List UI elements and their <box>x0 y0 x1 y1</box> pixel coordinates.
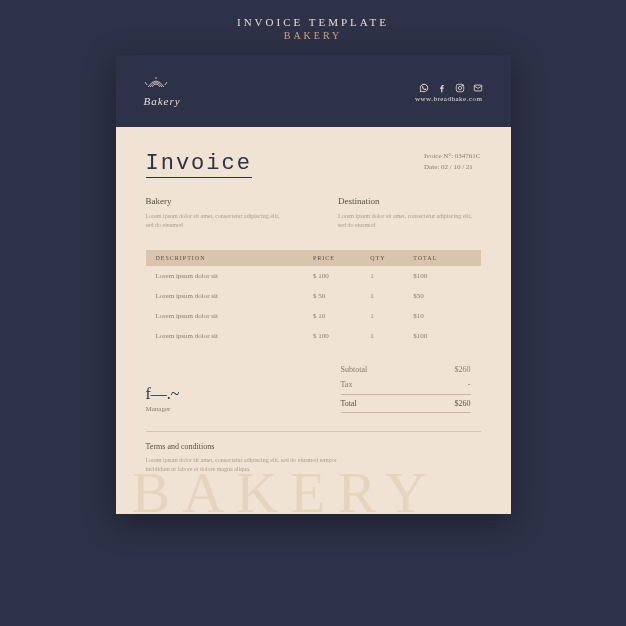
whatsapp-icon <box>419 79 429 89</box>
svg-line-1 <box>165 82 167 85</box>
cell-qty: 1 <box>370 332 413 340</box>
logo-text: Bakery <box>144 95 181 107</box>
cell-qty: 1 <box>370 272 413 280</box>
instagram-icon <box>455 79 465 89</box>
cell-desc: Lorem ipsum dolor sit <box>156 332 314 340</box>
invoice-title: Invoice <box>146 151 252 178</box>
svg-point-5 <box>461 85 462 86</box>
table-row: Lorem ipsum dolor sit $ 100 1 $100 <box>146 326 481 346</box>
cell-desc: Lorem ipsum dolor sit <box>156 292 314 300</box>
subtotal-value: $260 <box>455 365 471 374</box>
facebook-icon <box>437 79 447 89</box>
totals-section: f—.~ Manager Subtotal $260 Tax - Total $… <box>146 362 481 413</box>
info-from: Bakery Lorem ipsum dolor sit amet, conse… <box>146 196 289 230</box>
totals-block: Subtotal $260 Tax - Total $260 <box>341 362 471 413</box>
cell-total: $100 <box>413 272 470 280</box>
cell-qty: 1 <box>370 292 413 300</box>
th-description: DESCRIPTION <box>156 255 314 261</box>
subtotal-row: Subtotal $260 <box>341 362 471 377</box>
items-table: DESCRIPTION PRICE QTY TOTAL Lorem ipsum … <box>146 250 481 346</box>
info-section: Bakery Lorem ipsum dolor sit amet, conse… <box>146 196 481 230</box>
table-row: Lorem ipsum dolor sit $ 10 1 $10 <box>146 306 481 326</box>
invoice-number: Ivoice N°: 034761C <box>424 151 480 162</box>
subtotal-label: Subtotal <box>341 365 368 374</box>
cell-price: $ 100 <box>313 272 370 280</box>
website-url: www.breadbake.com <box>415 95 483 103</box>
table-row: Lorem ipsum dolor sit $ 100 1 $100 <box>146 266 481 286</box>
card-body: Invoice Ivoice N°: 034761C Date: 02 / 10… <box>116 127 511 514</box>
cell-total: $100 <box>413 332 470 340</box>
page-subtitle: BAKERY <box>284 30 343 41</box>
watermark: BAKERY <box>132 459 439 514</box>
total-label: Total <box>341 399 357 408</box>
social-icons <box>419 79 483 89</box>
info-to: Destination Lorem ipsum dolor sit amet, … <box>338 196 481 230</box>
tax-row: Tax - <box>341 377 471 392</box>
tax-value: - <box>468 380 471 389</box>
header-contact: www.breadbake.com <box>415 79 483 103</box>
page-title: INVOICE TEMPLATE <box>237 16 389 28</box>
invoice-meta: Ivoice N°: 034761C Date: 02 / 10 / 21 <box>424 151 480 173</box>
svg-point-4 <box>458 86 461 89</box>
th-total: TOTAL <box>413 255 470 261</box>
th-qty: QTY <box>370 255 413 261</box>
mail-icon <box>473 79 483 89</box>
info-from-text: Lorem ipsum dolor sit amet, consectetur … <box>146 212 289 230</box>
croissant-icon <box>144 75 168 93</box>
info-to-heading: Destination <box>338 196 481 206</box>
table-header: DESCRIPTION PRICE QTY TOTAL <box>146 250 481 266</box>
invoice-title-row: Invoice Ivoice N°: 034761C Date: 02 / 10… <box>146 151 481 178</box>
cell-total: $10 <box>413 312 470 320</box>
th-price: PRICE <box>313 255 370 261</box>
card-header: Bakery www.breadbake.com <box>116 55 511 127</box>
cell-qty: 1 <box>370 312 413 320</box>
total-value: $260 <box>455 399 471 408</box>
cell-price: $ 10 <box>313 312 370 320</box>
terms-heading: Terms and conditions <box>146 442 481 451</box>
cell-total: $50 <box>413 292 470 300</box>
info-from-heading: Bakery <box>146 196 289 206</box>
table-row: Lorem ipsum dolor sit $ 50 1 $50 <box>146 286 481 306</box>
signature-mark: f—.~ <box>146 385 341 403</box>
grand-total-row: Total $260 <box>341 394 471 413</box>
cell-price: $ 50 <box>313 292 370 300</box>
invoice-date: Date: 02 / 10 / 21 <box>424 162 480 173</box>
info-to-text: Lorem ipsum dolor sit amet, consectetur … <box>338 212 481 230</box>
tax-label: Tax <box>341 380 353 389</box>
cell-desc: Lorem ipsum dolor sit <box>156 272 314 280</box>
invoice-card: Bakery www.breadbake.com Invoic <box>116 55 511 514</box>
logo-block: Bakery <box>144 75 181 107</box>
cell-desc: Lorem ipsum dolor sit <box>156 312 314 320</box>
svg-line-0 <box>145 82 147 85</box>
signature-label: Manager <box>146 405 341 413</box>
cell-price: $ 100 <box>313 332 370 340</box>
signature-block: f—.~ Manager <box>146 385 341 413</box>
